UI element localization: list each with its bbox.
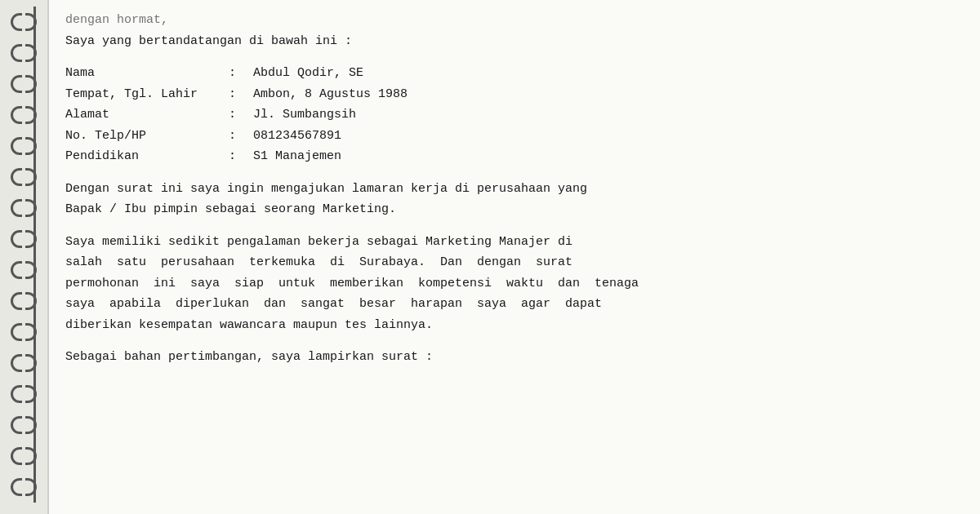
intro-line: Saya yang bertandatangan di bawah ini : [65,31,956,52]
spiral-binding [0,0,49,514]
field-label-tempat-lahir: Tempat, Tgl. Lahir [65,84,229,105]
page-container: dengan hormat, Saya yang bertandatangan … [0,0,980,514]
content-area: dengan hormat, Saya yang bertandatangan … [49,0,980,514]
spacer-2 [65,167,956,179]
field-colon-tempat-lahir: : [229,84,253,105]
field-colon-nama: : [229,63,253,84]
field-alamat: Alamat : Jl. Sumbangsih [65,104,956,126]
spiral-item [0,317,47,348]
spiral-c-left [11,261,22,279]
field-label-alamat: Alamat [65,104,229,126]
partial-top-line: dengan hormat, [65,10,956,31]
spiral-bar [33,7,36,38]
spacer-4 [65,335,956,347]
field-label-telp: No. Telp/HP [65,126,229,147]
paragraph2-line2: salah satu perusahaan terkemuka di Surab… [65,252,956,273]
spiral-bar [33,193,36,224]
field-value-telp: 081234567891 [253,126,956,147]
paragraph2-line4: saya apabila diperlukan dan sangat besar… [65,294,956,315]
spiral-bar [33,131,36,162]
spiral-bar [33,472,36,503]
spiral-item [0,255,47,286]
spiral-bar [33,379,36,410]
spiral-item [0,441,47,472]
spiral-c-left [11,44,22,62]
field-telp: No. Telp/HP : 081234567891 [65,126,956,147]
spiral-c-left [11,354,22,372]
paragraph2-line3: permohonan ini saya siap untuk memberika… [65,273,956,295]
spiral-c-left [11,447,22,465]
spiral-c-left [11,478,22,496]
field-colon-telp: : [229,126,253,147]
spiral-item [0,7,47,38]
spiral-bar [33,100,36,131]
field-label-nama: Nama [65,63,229,84]
paragraph1-line1: Dengan surat ini saya ingin mengajukan l… [65,179,956,200]
spiral-item [0,69,47,100]
spiral-bar [33,224,36,255]
spiral-bar [33,410,36,441]
field-value-tempat-lahir: Ambon, 8 Agustus 1988 [253,84,956,105]
spiral-c-left [11,168,22,186]
spiral-c-left [11,13,22,31]
spiral-bar [33,317,36,348]
field-tempat-lahir: Tempat, Tgl. Lahir : Ambon, 8 Agustus 19… [65,84,956,105]
spiral-c-left [11,137,22,155]
spiral-bar [33,286,36,317]
spiral-c-left [11,385,22,403]
spiral-c-left [11,199,22,217]
spacer [65,51,956,63]
paragraph2-line5: diberikan kesempatan wawancara maupun te… [65,315,956,336]
spiral-c-left [11,106,22,124]
field-value-pendidikan: S1 Manajemen [253,146,956,167]
field-value-alamat: Jl. Sumbangsih [253,104,956,126]
spiral-bar [33,348,36,379]
spiral-c-left [11,416,22,434]
paragraph1-line2: Bapak / Ibu pimpin sebagai seorang Marke… [65,199,956,220]
spiral-item [0,410,47,441]
spiral-item [0,38,47,69]
spiral-item [0,162,47,193]
spiral-item [0,193,47,224]
spiral-c-left [11,230,22,248]
field-label-pendidikan: Pendidikan [65,146,229,167]
spiral-bar [33,255,36,286]
spiral-bar [33,38,36,69]
spiral-bar [33,162,36,193]
spiral-item [0,348,47,379]
spiral-item [0,131,47,162]
spiral-c-left [11,323,22,341]
field-colon-pendidikan: : [229,146,253,167]
paragraph3-partial: Sebagai bahan pertimbangan, saya lampirk… [65,347,956,368]
spiral-bar [33,441,36,472]
spiral-c-left [11,75,22,93]
spiral-item [0,100,47,131]
paragraph2-line1: Saya memiliki sedikit pengalaman bekerja… [65,232,956,253]
field-value-nama: Abdul Qodir, SE [253,63,956,84]
spiral-c-left [11,292,22,310]
spiral-item [0,379,47,410]
field-pendidikan: Pendidikan : S1 Manajemen [65,146,956,167]
spiral-item [0,472,47,503]
field-nama: Nama : Abdul Qodir, SE [65,63,956,84]
spiral-item [0,286,47,317]
spiral-bar [33,69,36,100]
spiral-item [0,224,47,255]
field-colon-alamat: : [229,104,253,126]
spacer-3 [65,220,956,232]
